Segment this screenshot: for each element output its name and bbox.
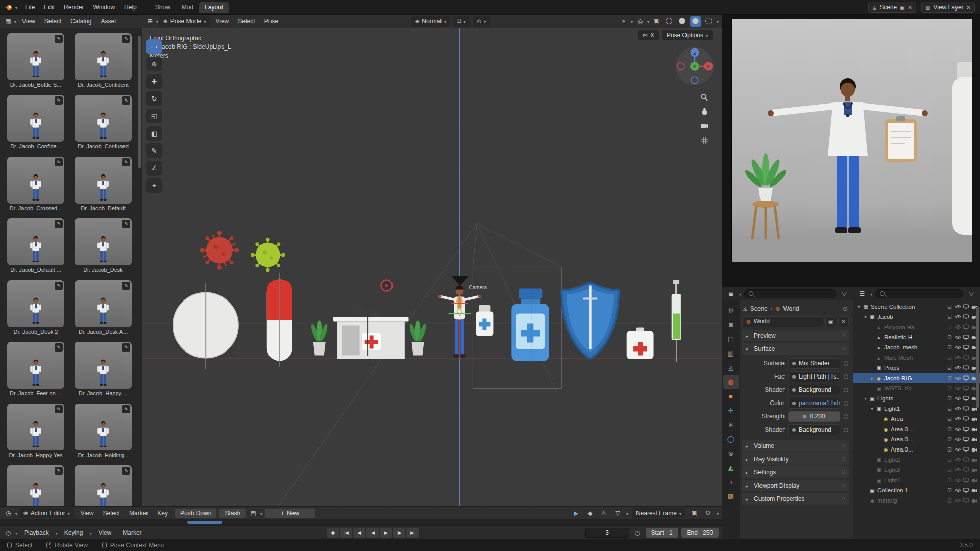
- shading-wireframe-button[interactable]: [664, 16, 675, 27]
- tab-physics[interactable]: ◯: [723, 432, 739, 446]
- disable-viewport-icon[interactable]: [963, 446, 969, 453]
- outliner-search-input[interactable]: [887, 291, 959, 297]
- camera-view-icon[interactable]: [698, 120, 710, 132]
- disable-viewport-icon[interactable]: [963, 487, 969, 494]
- drag-dots-icon[interactable]: [842, 469, 845, 476]
- exclude-checkbox[interactable]: ☑: [946, 467, 953, 473]
- disable-render-camera-icon[interactable]: [971, 477, 977, 484]
- outliner-row[interactable]: Male Mesh ☑: [853, 353, 980, 363]
- exclude-checkbox[interactable]: ☑: [946, 487, 953, 494]
- editor-type-icon[interactable]: ▦: [3, 18, 13, 25]
- exclude-checkbox[interactable]: ☑: [946, 324, 953, 331]
- decorator-dot-icon[interactable]: [844, 361, 848, 366]
- outliner-row[interactable]: ▸ Jacob RIG ☑: [853, 373, 980, 383]
- hide-eye-icon[interactable]: [954, 487, 961, 494]
- Dr. Jacob_Feet on ...[interactable]: ✎ Dr. Jacob_Feet on ...: [7, 342, 64, 396]
- filter-icon[interactable]: ▽: [966, 290, 976, 297]
- asset-edit-badge-icon[interactable]: ✎: [122, 405, 130, 413]
- scale-tool[interactable]: ◱: [146, 109, 162, 123]
- asset-edit-badge-icon[interactable]: ✎: [55, 158, 63, 166]
- only-selected-pointer-icon[interactable]: ▶: [571, 510, 581, 517]
- properties-panel-header[interactable]: Custom Properties: [742, 493, 849, 505]
- Dr. Jacob_Confide...[interactable]: ✎ Dr. Jacob_Confide...: [7, 95, 64, 149]
- property-value-field[interactable]: panorama1.hdr: [788, 398, 840, 409]
- tab-tool[interactable]: ⚙: [723, 304, 739, 317]
- disable-viewport-icon[interactable]: [963, 344, 969, 351]
- current-frame-field[interactable]: 3: [585, 528, 629, 538]
- action-browse-icon[interactable]: ▤: [248, 510, 258, 517]
- workspace-tab[interactable]: Show: [150, 2, 176, 13]
- xray-toggle-icon[interactable]: ▣: [651, 18, 662, 25]
- properties-panel-header[interactable]: Ray Visibility: [742, 453, 849, 465]
- pose-options-dropdown[interactable]: Pose Options: [662, 30, 713, 40]
- exclude-checkbox[interactable]: ☑: [946, 477, 953, 484]
- exclude-checkbox[interactable]: ☑: [946, 416, 953, 422]
- expand-icon[interactable]: ▸: [869, 376, 875, 381]
- magnet-icon[interactable]: Ω: [703, 510, 713, 517]
- disable-render-camera-icon[interactable]: [971, 497, 977, 504]
- stash-button[interactable]: Stash: [219, 508, 246, 518]
- outliner-row[interactable]: Light3 ☑: [853, 465, 980, 475]
- asset-menu-item[interactable]: View: [17, 16, 40, 27]
- Dr. Jacob_Bottle S...[interactable]: ✎ Dr. Jacob_Bottle S...: [7, 33, 64, 88]
- outliner-scrollbar[interactable]: [976, 306, 979, 408]
- topbar-menu-item[interactable]: Edit: [39, 2, 59, 12]
- hide-eye-icon[interactable]: [954, 426, 961, 433]
- scene-selector[interactable]: ◬ Scene ▣ ✕: [868, 2, 916, 13]
- asset-edit-badge-icon[interactable]: ✎: [122, 282, 130, 290]
- hide-eye-icon[interactable]: [954, 324, 961, 331]
- tab-scene[interactable]: ◬: [723, 361, 739, 374]
- world-datablock-selector[interactable]: ◍ World: [742, 316, 823, 327]
- keying-menu[interactable]: Keying: [60, 528, 88, 538]
- proportional-edit-dropdown[interactable]: ◎: [473, 16, 491, 27]
- use-preview-range-icon[interactable]: ◷: [632, 529, 643, 536]
- exclude-checkbox[interactable]: ☑: [946, 497, 953, 504]
- asset-menu-item[interactable]: Asset: [96, 16, 121, 27]
- hide-eye-icon[interactable]: [954, 385, 961, 392]
- mirror-x-toggle[interactable]: ⋈ X: [638, 30, 659, 40]
- next-keyframe-button[interactable]: |▶: [393, 528, 405, 538]
- property-value-field[interactable]: Background: [788, 385, 840, 395]
- select-box-tool[interactable]: ▭: [146, 39, 162, 54]
- exclude-checkbox[interactable]: ☑: [946, 385, 953, 392]
- outliner-row[interactable]: Polygon Ha... ☑: [853, 322, 980, 332]
- editor-type-caret-icon[interactable]: [15, 529, 17, 536]
- exclude-checkbox[interactable]: ☑: [946, 375, 953, 382]
- shading-caret-icon[interactable]: [717, 18, 719, 25]
- dope-sheet-canvas[interactable]: [0, 519, 722, 525]
- decorator-dot-icon[interactable]: [844, 428, 848, 432]
- hide-eye-icon[interactable]: [954, 446, 961, 453]
- tab-object-data[interactable]: ◭: [723, 461, 739, 474]
- new-scene-icon[interactable]: ▣: [900, 5, 904, 10]
- dope-menu-item[interactable]: Key: [153, 508, 173, 518]
- hide-eye-icon[interactable]: [954, 365, 961, 371]
- drag-dots-icon[interactable]: [842, 442, 845, 449]
- outliner-row[interactable]: Area.0... ☑: [853, 424, 980, 434]
- outliner-search[interactable]: [875, 289, 963, 298]
- tab-material[interactable]: ◑: [723, 475, 739, 489]
- exclude-checkbox[interactable]: ☑: [946, 426, 953, 433]
- editor-type-icon[interactable]: ◷: [3, 510, 13, 517]
- editor-type-caret-icon[interactable]: [870, 290, 872, 297]
- outliner-row[interactable]: Area.0... ☑: [853, 444, 980, 455]
- editor-type-icon[interactable]: ⊞: [145, 18, 155, 25]
- annotate-tool[interactable]: ✎: [146, 143, 162, 158]
- outliner-row[interactable]: Props ☑: [853, 363, 980, 373]
- tab-particles[interactable]: ∗: [723, 418, 739, 432]
- armature-filter-icon[interactable]: ◆: [585, 510, 595, 517]
- outliner-row[interactable]: metarig ☑: [853, 495, 980, 506]
- playback-menu[interactable]: Playback: [19, 528, 54, 538]
- asset-card[interactable]: ✎: [7, 465, 64, 506]
- dope-menu-item[interactable]: Select: [99, 508, 125, 518]
- exclude-checkbox[interactable]: ☑: [946, 334, 953, 341]
- disable-viewport-icon[interactable]: [963, 477, 969, 484]
- exclude-checkbox[interactable]: ☑: [946, 436, 953, 443]
- capsule-pill[interactable]: [267, 273, 292, 367]
- disable-render-camera-icon[interactable]: [971, 416, 977, 422]
- disable-viewport-icon[interactable]: [963, 334, 969, 341]
- expand-icon[interactable]: ▾: [855, 305, 862, 309]
- outliner-row[interactable]: ▾ Light1 ☑: [853, 404, 980, 414]
- first-aid-kit[interactable]: [627, 327, 653, 359]
- viewport-menu-item[interactable]: Select: [233, 16, 259, 27]
- gizmo-caret-icon[interactable]: [631, 18, 633, 25]
